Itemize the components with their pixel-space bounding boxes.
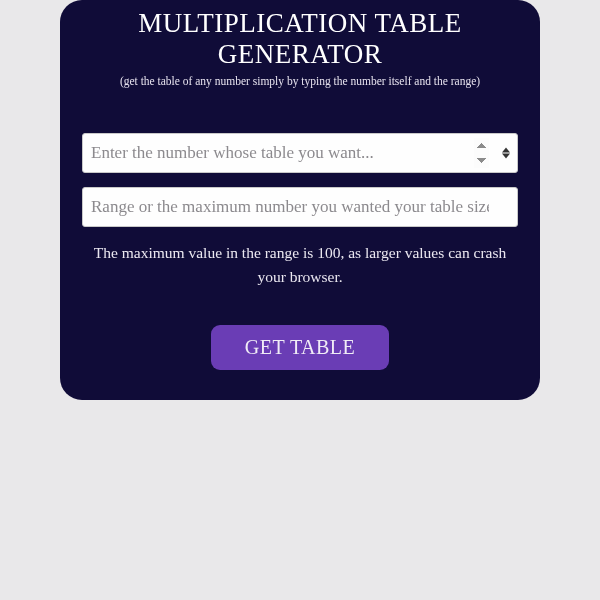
helper-text: The maximum value in the range is 100, a… xyxy=(82,241,518,289)
range-input[interactable] xyxy=(82,187,518,227)
get-table-button[interactable]: GET TABLE xyxy=(211,325,390,370)
generator-card: MULTIPLICATION TABLE GENERATOR (get the … xyxy=(60,0,540,400)
number-input[interactable] xyxy=(82,133,518,173)
form-area: The maximum value in the range is 100, a… xyxy=(82,133,518,370)
number-input-wrap xyxy=(82,133,518,173)
page-title: MULTIPLICATION TABLE GENERATOR xyxy=(82,8,518,70)
page-subtitle: (get the table of any number simply by t… xyxy=(82,74,518,89)
range-input-wrap xyxy=(82,187,518,227)
